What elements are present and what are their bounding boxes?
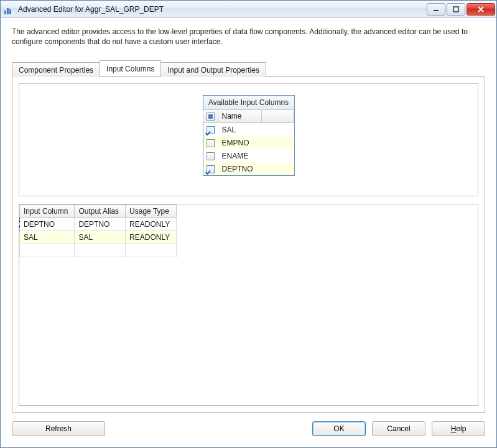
svg-rect-1: [453, 7, 458, 12]
column-label: DEPTNO: [218, 163, 294, 175]
help-button[interactable]: Help: [432, 421, 485, 436]
grid-cell[interactable]: SAL: [20, 231, 75, 244]
minimize-icon: [433, 6, 439, 12]
available-column-row[interactable]: EMPNO: [203, 136, 294, 149]
grid-header-input-column[interactable]: Input Column: [20, 205, 75, 218]
window-controls: [425, 3, 495, 16]
available-column-row[interactable]: DEPTNO: [203, 162, 294, 175]
column-checkbox[interactable]: [207, 152, 215, 160]
grid-cell[interactable]: SAL: [75, 231, 126, 244]
refresh-button[interactable]: Refresh: [12, 421, 105, 436]
tab-component-properties[interactable]: Component Properties: [12, 62, 100, 77]
grid-header-usage-type[interactable]: Usage Type: [126, 205, 177, 218]
window-title: Advanced Editor for Aggr_SAL_GRP_DEPT: [18, 5, 425, 14]
available-column-row[interactable]: ENAME: [203, 149, 294, 162]
grid-cell[interactable]: DEPTNO: [20, 218, 75, 231]
grid-row[interactable]: DEPTNODEPTNOREADONLY: [20, 218, 177, 231]
select-all-checkbox[interactable]: [207, 112, 215, 121]
grid-cell[interactable]: READONLY: [126, 231, 177, 244]
available-column-row[interactable]: SAL: [203, 123, 294, 136]
column-label: SAL: [218, 124, 294, 136]
tab-input-columns[interactable]: Input Columns: [100, 60, 161, 76]
maximize-button[interactable]: [447, 3, 465, 16]
description-text: The advanced editor provides access to t…: [12, 27, 485, 47]
dialog-buttons: Refresh OK Cancel Help: [1, 413, 496, 447]
available-columns-header: Available Input Columns: [203, 96, 294, 110]
column-label: EMPNO: [218, 137, 294, 149]
tab-strip: Component Properties Input Columns Input…: [12, 60, 485, 77]
grid-row-empty[interactable]: [20, 244, 177, 257]
close-icon: [477, 6, 485, 12]
cancel-button[interactable]: Cancel: [372, 421, 425, 436]
maximize-icon: [453, 6, 459, 12]
available-columns-list: Available Input Columns Name SALEMPNOENA…: [203, 95, 295, 176]
dialog-body: The advanced editor provides access to t…: [1, 18, 496, 413]
available-columns-colhead: Name: [203, 109, 294, 123]
column-checkbox[interactable]: [207, 139, 215, 147]
grid-cell[interactable]: READONLY: [126, 218, 177, 231]
close-button[interactable]: [467, 3, 495, 16]
column-label: ENAME: [218, 150, 294, 162]
grid-row[interactable]: SALSALREADONLY: [20, 231, 177, 244]
minimize-button[interactable]: [427, 3, 445, 16]
available-columns-group: Available Input Columns Name SALEMPNOENA…: [19, 83, 478, 196]
editor-window: Advanced Editor for Aggr_SAL_GRP_DEPT Th…: [0, 0, 497, 448]
column-checkbox[interactable]: [207, 126, 215, 134]
grid-cell[interactable]: DEPTNO: [75, 218, 126, 231]
column-checkbox[interactable]: [207, 165, 215, 173]
grid-header-output-alias[interactable]: Output Alias: [75, 205, 126, 218]
tab-panel: Available Input Columns Name SALEMPNOENA…: [12, 77, 485, 413]
titlebar: Advanced Editor for Aggr_SAL_GRP_DEPT: [1, 1, 496, 18]
tab-io-properties[interactable]: Input and Output Properties: [160, 62, 266, 77]
ok-button[interactable]: OK: [312, 421, 366, 436]
selected-columns-grid: Input Column Output Alias Usage Type DEP…: [19, 204, 478, 406]
app-icon: [4, 4, 14, 14]
name-column-header[interactable]: Name: [218, 110, 262, 122]
